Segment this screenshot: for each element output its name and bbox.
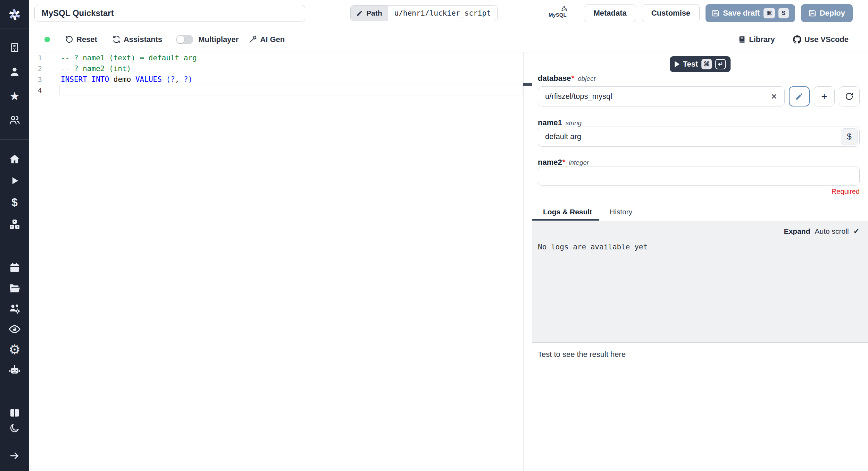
field-type: string: [566, 119, 582, 127]
topbar-actions: Metadata Customise Save draft ⌘ S Deploy: [584, 4, 853, 22]
sidebar-item-settings[interactable]: ⚙: [8, 343, 21, 356]
result-placeholder: Test to see the result here: [538, 350, 626, 359]
magic-wand-icon: [249, 35, 257, 43]
required-marker: *: [562, 158, 566, 166]
building-icon: [9, 42, 20, 53]
save-draft-button[interactable]: Save draft ⌘ S: [706, 4, 795, 22]
sidebar-item-favorites[interactable]: ★: [8, 89, 21, 103]
sidebar-divider: [0, 441, 29, 441]
assistants-label: Assistants: [124, 35, 162, 44]
deploy-label: Deploy: [820, 9, 845, 18]
line-number: 3: [29, 75, 61, 84]
sidebar-item-home[interactable]: [8, 153, 21, 166]
name1-field-label: name1 string: [538, 118, 860, 127]
deploy-button[interactable]: Deploy: [801, 4, 853, 22]
sidebar-item-folders[interactable]: [8, 282, 21, 295]
path-selector[interactable]: Path u/henri/luckier_script: [350, 5, 498, 21]
field-type: integer: [569, 159, 589, 166]
save-icon: [712, 9, 719, 17]
sidebar: ★ $: [0, 0, 29, 471]
pane-splitter-handle[interactable]: [523, 83, 532, 86]
name1-field-row: $: [538, 127, 860, 147]
sidebar-item-docs[interactable]: [8, 406, 21, 420]
sidebar-item-runs[interactable]: [8, 174, 21, 187]
editor-scroll-gutter: [523, 52, 532, 471]
sidebar-divider: [0, 28, 29, 28]
refresh-resource-button[interactable]: [839, 86, 860, 106]
add-resource-button[interactable]: +: [814, 86, 835, 106]
name2-field-label: name2* integer: [538, 158, 860, 167]
sidebar-item-variables[interactable]: $: [8, 196, 21, 209]
refresh-cw-icon: [112, 35, 120, 43]
play-icon: [675, 61, 679, 67]
result-tabs: Logs & Result History: [532, 206, 868, 221]
line-number: 1: [29, 54, 61, 62]
active-tab-underline: [532, 219, 599, 221]
play-icon: [9, 175, 20, 186]
multiplayer-toggle[interactable]: [176, 35, 193, 44]
ai-gen-button[interactable]: AI Gen: [249, 35, 285, 44]
metadata-label: Metadata: [593, 9, 626, 18]
edit-resource-button[interactable]: [789, 86, 810, 106]
logs-empty-text: No logs are available yet: [538, 243, 648, 251]
gear-icon: ⚙: [9, 343, 20, 356]
name2-field-row: Required: [538, 166, 860, 196]
sidebar-item-audit-logs[interactable]: [8, 323, 21, 336]
path-value[interactable]: u/henri/luckier_script: [388, 6, 497, 21]
name2-input[interactable]: [538, 166, 860, 186]
autoscroll-checkbox[interactable]: ✓: [853, 227, 860, 236]
path-segment[interactable]: Path: [351, 6, 388, 21]
variable-picker-button[interactable]: $: [841, 128, 858, 145]
assistants-button[interactable]: Assistants: [112, 35, 162, 44]
enter-key-badge: ↵: [715, 59, 726, 69]
code-line: 4: [29, 85, 532, 95]
customise-button[interactable]: Customise: [642, 4, 700, 22]
save-icon: [809, 9, 816, 17]
clear-icon[interactable]: ×: [771, 91, 777, 102]
users-icon: [9, 114, 20, 126]
svg-text:MySQL: MySQL: [549, 12, 567, 18]
code-line: 3 INSERT INTO demo VALUES (?, ?): [29, 74, 532, 85]
line-number: 2: [29, 65, 61, 73]
s-key-badge: S: [778, 8, 789, 18]
windmill-logo[interactable]: [8, 8, 21, 21]
validation-error: Required: [538, 188, 860, 196]
rotate-ccw-icon: [65, 35, 73, 43]
sidebar-item-dark-mode[interactable]: [8, 421, 21, 435]
use-vscode-button[interactable]: Use VScode: [793, 35, 849, 44]
library-button[interactable]: Library: [738, 35, 775, 44]
eye-icon: [8, 323, 21, 335]
sidebar-item-ai[interactable]: [8, 364, 21, 377]
code-editor[interactable]: 1 -- ? name1 (text) = default arg 2 -- ?…: [29, 52, 532, 471]
mysql-logo: MySQL: [542, 5, 572, 22]
dollar-icon: $: [11, 197, 18, 208]
sidebar-item-workspace[interactable]: [8, 41, 21, 54]
test-button[interactable]: Test ⌘ ↵: [670, 56, 731, 72]
tab-logs-result[interactable]: Logs & Result: [543, 208, 592, 216]
tab-history[interactable]: History: [610, 208, 632, 216]
database-input[interactable]: [538, 86, 785, 106]
autoscroll-label[interactable]: Auto scroll: [815, 227, 849, 236]
sidebar-item-user[interactable]: [8, 65, 21, 78]
code-text: -- ? name2 (int): [61, 65, 131, 73]
sidebar-item-workers[interactable]: [8, 302, 21, 315]
expand-button[interactable]: Expand: [784, 227, 810, 236]
reset-button[interactable]: Reset: [65, 35, 97, 44]
script-title-input[interactable]: [34, 5, 305, 22]
pencil-icon: [356, 10, 363, 17]
run-panel: Test ⌘ ↵ database* object × +: [532, 52, 868, 471]
star-icon: ★: [9, 90, 20, 102]
home-icon: [9, 153, 20, 165]
sidebar-item-resources[interactable]: [8, 218, 21, 231]
arrow-right-icon: [9, 450, 20, 461]
editor-toolbar: Reset Assistants Multiplayer AI Gen Libr…: [29, 27, 868, 52]
required-marker: *: [571, 74, 574, 83]
sidebar-item-schedules[interactable]: [8, 261, 21, 274]
metadata-button[interactable]: Metadata: [584, 4, 636, 22]
sidebar-item-collapse[interactable]: [8, 449, 21, 462]
topbar: Path u/henri/luckier_script MySQL Metada…: [29, 0, 868, 27]
github-icon: [793, 35, 801, 44]
name1-input[interactable]: [538, 127, 860, 147]
sidebar-item-groups[interactable]: [8, 113, 21, 127]
field-type: object: [578, 75, 595, 83]
